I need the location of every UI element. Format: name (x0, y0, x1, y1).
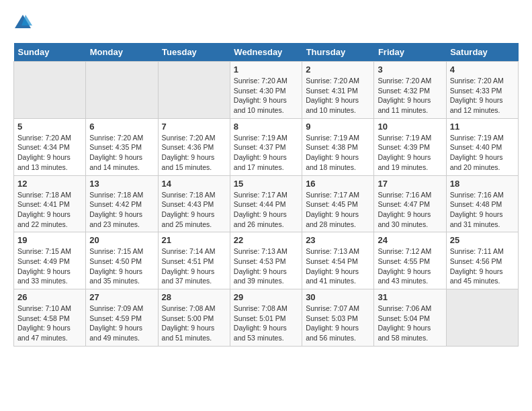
calendar-week-4: 19Sunrise: 7:15 AM Sunset: 4:49 PM Dayli… (14, 232, 519, 289)
page-header (13, 13, 519, 32)
day-number: 2 (306, 64, 370, 75)
calendar-cell: 6Sunrise: 7:20 AM Sunset: 4:35 PM Daylig… (86, 118, 158, 175)
calendar-cell: 3Sunrise: 7:20 AM Sunset: 4:32 PM Daylig… (374, 62, 446, 119)
day-info: Sunrise: 7:18 AM Sunset: 4:43 PM Dayligh… (162, 190, 226, 230)
calendar-week-2: 5Sunrise: 7:20 AM Sunset: 4:34 PM Daylig… (14, 118, 519, 175)
day-number: 20 (89, 235, 154, 245)
day-number: 14 (162, 179, 226, 189)
calendar-cell (86, 62, 158, 119)
calendar-cell: 2Sunrise: 7:20 AM Sunset: 4:31 PM Daylig… (302, 62, 374, 119)
calendar-week-5: 26Sunrise: 7:10 AM Sunset: 4:58 PM Dayli… (14, 289, 519, 347)
day-info: Sunrise: 7:13 AM Sunset: 4:53 PM Dayligh… (234, 246, 298, 286)
day-number: 21 (162, 235, 226, 245)
calendar-cell: 27Sunrise: 7:09 AM Sunset: 4:59 PM Dayli… (86, 289, 158, 347)
day-number: 15 (234, 179, 298, 189)
day-info: Sunrise: 7:19 AM Sunset: 4:40 PM Dayligh… (450, 133, 515, 173)
day-info: Sunrise: 7:19 AM Sunset: 4:39 PM Dayligh… (378, 133, 442, 173)
calendar-cell (158, 62, 230, 119)
calendar-cell: 14Sunrise: 7:18 AM Sunset: 4:43 PM Dayli… (158, 175, 230, 232)
header-tuesday: Tuesday (158, 43, 230, 62)
header-thursday: Thursday (302, 43, 374, 62)
calendar-cell (14, 62, 86, 119)
day-info: Sunrise: 7:13 AM Sunset: 4:54 PM Dayligh… (306, 246, 370, 286)
day-number: 10 (378, 122, 442, 132)
calendar-cell: 18Sunrise: 7:16 AM Sunset: 4:48 PM Dayli… (446, 175, 518, 232)
calendar-cell: 10Sunrise: 7:19 AM Sunset: 4:39 PM Dayli… (374, 118, 446, 175)
calendar-cell: 20Sunrise: 7:15 AM Sunset: 4:50 PM Dayli… (86, 232, 158, 289)
day-info: Sunrise: 7:17 AM Sunset: 4:45 PM Dayligh… (306, 190, 370, 230)
day-number: 9 (306, 122, 370, 132)
calendar-cell (446, 289, 518, 347)
day-info: Sunrise: 7:16 AM Sunset: 4:47 PM Dayligh… (378, 190, 442, 230)
day-info: Sunrise: 7:20 AM Sunset: 4:32 PM Dayligh… (378, 76, 442, 116)
calendar-cell: 30Sunrise: 7:07 AM Sunset: 5:03 PM Dayli… (302, 289, 374, 347)
day-number: 25 (450, 235, 515, 245)
day-number: 24 (378, 235, 442, 245)
day-number: 1 (234, 64, 298, 75)
day-info: Sunrise: 7:10 AM Sunset: 4:58 PM Dayligh… (17, 304, 82, 343)
day-info: Sunrise: 7:20 AM Sunset: 4:35 PM Dayligh… (89, 133, 154, 173)
day-number: 3 (378, 64, 442, 75)
day-number: 26 (17, 292, 82, 302)
day-number: 12 (17, 179, 82, 189)
day-number: 28 (162, 292, 226, 302)
day-number: 16 (306, 179, 370, 189)
calendar-cell: 21Sunrise: 7:14 AM Sunset: 4:51 PM Dayli… (158, 232, 230, 289)
day-info: Sunrise: 7:09 AM Sunset: 4:59 PM Dayligh… (89, 304, 154, 343)
calendar-cell: 8Sunrise: 7:19 AM Sunset: 4:37 PM Daylig… (230, 118, 302, 175)
day-number: 29 (234, 292, 298, 302)
calendar-cell: 28Sunrise: 7:08 AM Sunset: 5:00 PM Dayli… (158, 289, 230, 347)
day-info: Sunrise: 7:15 AM Sunset: 4:50 PM Dayligh… (89, 246, 154, 286)
calendar-cell: 23Sunrise: 7:13 AM Sunset: 4:54 PM Dayli… (302, 232, 374, 289)
header-friday: Friday (374, 43, 446, 62)
day-info: Sunrise: 7:20 AM Sunset: 4:33 PM Dayligh… (450, 76, 515, 116)
day-number: 22 (234, 235, 298, 245)
day-number: 11 (450, 122, 515, 132)
day-number: 6 (89, 122, 154, 132)
day-number: 17 (378, 179, 442, 189)
calendar-cell: 31Sunrise: 7:06 AM Sunset: 5:04 PM Dayli… (374, 289, 446, 347)
day-info: Sunrise: 7:06 AM Sunset: 5:04 PM Dayligh… (378, 304, 442, 343)
day-info: Sunrise: 7:20 AM Sunset: 4:30 PM Dayligh… (234, 76, 298, 116)
day-info: Sunrise: 7:15 AM Sunset: 4:49 PM Dayligh… (17, 246, 82, 286)
day-number: 27 (89, 292, 154, 302)
day-number: 31 (378, 292, 442, 302)
header-wednesday: Wednesday (230, 43, 302, 62)
calendar-cell: 12Sunrise: 7:18 AM Sunset: 4:41 PM Dayli… (14, 175, 86, 232)
calendar-cell: 15Sunrise: 7:17 AM Sunset: 4:44 PM Dayli… (230, 175, 302, 232)
day-number: 8 (234, 122, 298, 132)
day-number: 19 (17, 235, 82, 245)
calendar-cell: 26Sunrise: 7:10 AM Sunset: 4:58 PM Dayli… (14, 289, 86, 347)
day-info: Sunrise: 7:17 AM Sunset: 4:44 PM Dayligh… (234, 190, 298, 230)
day-number: 5 (17, 122, 82, 132)
day-number: 4 (450, 64, 515, 75)
header-sunday: Sunday (14, 43, 86, 62)
day-info: Sunrise: 7:14 AM Sunset: 4:51 PM Dayligh… (162, 246, 226, 286)
day-info: Sunrise: 7:20 AM Sunset: 4:34 PM Dayligh… (17, 133, 82, 173)
day-number: 30 (306, 292, 370, 302)
header-saturday: Saturday (446, 43, 518, 62)
day-info: Sunrise: 7:12 AM Sunset: 4:55 PM Dayligh… (378, 246, 442, 286)
calendar-header-row: SundayMondayTuesdayWednesdayThursdayFrid… (14, 43, 519, 62)
calendar-cell: 13Sunrise: 7:18 AM Sunset: 4:42 PM Dayli… (86, 175, 158, 232)
calendar-cell: 4Sunrise: 7:20 AM Sunset: 4:33 PM Daylig… (446, 62, 518, 119)
calendar-cell: 25Sunrise: 7:11 AM Sunset: 4:56 PM Dayli… (446, 232, 518, 289)
calendar-cell: 11Sunrise: 7:19 AM Sunset: 4:40 PM Dayli… (446, 118, 518, 175)
day-info: Sunrise: 7:19 AM Sunset: 4:38 PM Dayligh… (306, 133, 370, 173)
day-info: Sunrise: 7:11 AM Sunset: 4:56 PM Dayligh… (450, 246, 515, 286)
day-number: 18 (450, 179, 515, 189)
calendar-cell: 19Sunrise: 7:15 AM Sunset: 4:49 PM Dayli… (14, 232, 86, 289)
day-info: Sunrise: 7:08 AM Sunset: 5:01 PM Dayligh… (234, 304, 298, 343)
day-number: 13 (89, 179, 154, 189)
day-info: Sunrise: 7:20 AM Sunset: 4:31 PM Dayligh… (306, 76, 370, 116)
day-info: Sunrise: 7:16 AM Sunset: 4:48 PM Dayligh… (450, 190, 515, 230)
calendar-cell: 22Sunrise: 7:13 AM Sunset: 4:53 PM Dayli… (230, 232, 302, 289)
header-monday: Monday (86, 43, 158, 62)
day-info: Sunrise: 7:19 AM Sunset: 4:37 PM Dayligh… (234, 133, 298, 173)
day-info: Sunrise: 7:18 AM Sunset: 4:41 PM Dayligh… (17, 190, 82, 230)
calendar-cell: 5Sunrise: 7:20 AM Sunset: 4:34 PM Daylig… (14, 118, 86, 175)
calendar-cell: 24Sunrise: 7:12 AM Sunset: 4:55 PM Dayli… (374, 232, 446, 289)
calendar-cell: 9Sunrise: 7:19 AM Sunset: 4:38 PM Daylig… (302, 118, 374, 175)
day-info: Sunrise: 7:08 AM Sunset: 5:00 PM Dayligh… (162, 304, 226, 343)
calendar-week-1: 1Sunrise: 7:20 AM Sunset: 4:30 PM Daylig… (14, 62, 519, 119)
